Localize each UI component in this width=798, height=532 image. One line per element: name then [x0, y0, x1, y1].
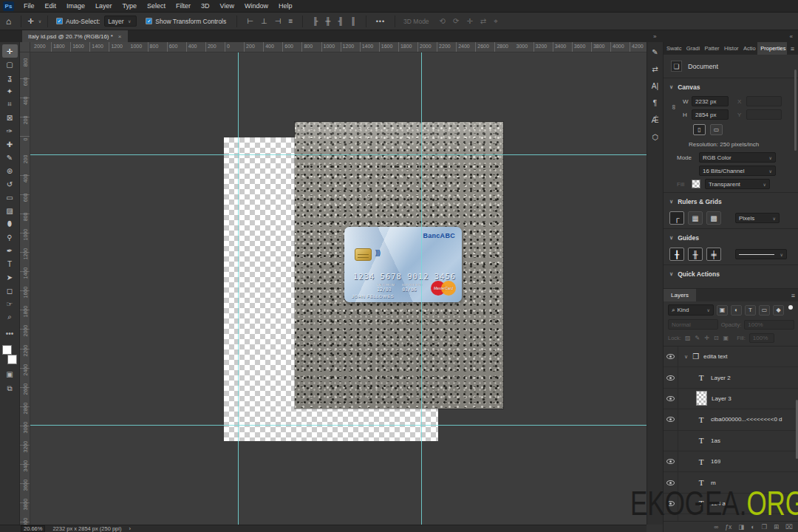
menu-help[interactable]: Help — [273, 0, 298, 12]
panel-menu-icon[interactable]: ≡ — [788, 292, 798, 299]
panel-tab-gradi[interactable]: Gradi — [683, 42, 702, 55]
layer-body[interactable]: T124 a — [678, 494, 798, 514]
layer-name[interactable]: 1as — [711, 437, 720, 444]
filter-smart-objects-icon[interactable]: ◆ — [773, 305, 784, 316]
layer-row[interactable]: Layer 3 — [664, 389, 798, 409]
clone-stamp-tool[interactable]: ⊛ — [2, 164, 18, 177]
lock-transparency-icon[interactable]: ▨ — [685, 335, 691, 341]
menu-view[interactable]: View — [215, 0, 239, 12]
history-brush-tool[interactable]: ↺ — [2, 177, 18, 191]
screen-mode-button[interactable]: ⧉ — [7, 384, 12, 393]
guide-horizontal-2[interactable] — [30, 425, 647, 426]
layer-name[interactable]: ciba000000...<<<<<<<<0 d — [711, 416, 782, 423]
distribute-bottom-icon[interactable]: ╢ — [338, 17, 343, 25]
crop-tool[interactable]: ⌗ — [2, 98, 18, 111]
layer-visibility-toggle[interactable] — [664, 451, 678, 471]
panel-tab-swatc[interactable]: Swatc — [664, 42, 683, 55]
align-center-h-icon[interactable]: ⊥ — [261, 17, 267, 25]
blur-tool[interactable]: ⬮ — [2, 217, 18, 231]
layer-row[interactable]: TLayer 2 — [664, 367, 798, 388]
dodge-tool[interactable]: ⚲ — [2, 231, 18, 244]
horizontal-ruler[interactable]: 2000180016001400120010008006004002000200… — [30, 42, 647, 52]
panel-tab-actio[interactable]: Actio — [740, 42, 757, 55]
canvas-viewport[interactable]: BancABC ))) 1234 5678 9012 3456 Valid Fr… — [30, 52, 647, 525]
filter-adjustment-layers-icon[interactable]: ◐ — [731, 305, 742, 316]
ruler-units-dropdown[interactable]: Pixels∨ — [735, 213, 780, 223]
pixel-grid-toggle-icon[interactable]: ▩ — [706, 211, 721, 225]
properties-scrollbar[interactable] — [794, 69, 797, 151]
guide-horizontal-1[interactable] — [30, 154, 647, 155]
link-dimensions-icon[interactable]: ∞ — [670, 105, 678, 109]
auto-select-target-dropdown[interactable]: Layer ∨ — [104, 16, 137, 27]
filter-type-layers-icon[interactable]: T — [745, 305, 756, 316]
menu-3d[interactable]: 3D — [196, 0, 215, 12]
layer-body[interactable]: Tm — [678, 472, 798, 492]
home-icon[interactable]: ⌂ — [0, 16, 17, 27]
ruler-corner[interactable] — [20, 42, 30, 52]
guide-settings-icon[interactable]: ╪ — [706, 248, 721, 261]
menu-edit[interactable]: Edit — [40, 0, 62, 12]
quick-actions-section-header[interactable]: ∨ Quick Actions — [664, 267, 798, 282]
layer-visibility-toggle[interactable] — [664, 367, 678, 387]
landscape-orientation-button[interactable]: ▭ — [710, 124, 723, 135]
lock-all-icon[interactable]: ▣ — [723, 335, 729, 341]
rulers-grids-section-header[interactable]: ∨ Rulers & Grids — [664, 194, 798, 209]
move-tool-preset-icon[interactable]: ✛ — [25, 17, 35, 25]
layers-panel-tab[interactable]: Layers — [664, 289, 696, 301]
layer-row[interactable]: ∨❐edita text — [664, 347, 798, 367]
brush-settings-panel-icon[interactable]: ✎ — [652, 48, 658, 56]
menu-filter[interactable]: Filter — [171, 0, 196, 12]
lock-guides-icon[interactable]: ╫ — [688, 248, 703, 261]
gradient-tool[interactable]: ▨ — [2, 204, 18, 217]
3d-orbit-icon[interactable]: ⟲ — [440, 17, 446, 25]
frame-tool[interactable]: ⊠ — [2, 111, 18, 124]
guide-style-dropdown[interactable]: ∨ — [735, 249, 787, 259]
hand-tool[interactable]: ☞ — [2, 297, 18, 310]
filter-shape-layers-icon[interactable]: ▭ — [759, 305, 770, 316]
panel-tab-histor[interactable]: Histor — [721, 42, 740, 55]
height-input[interactable]: 2854 px — [692, 109, 729, 120]
delete-layer-icon[interactable]: ⌧ — [785, 523, 793, 531]
menu-type[interactable]: Type — [117, 0, 143, 12]
menu-file[interactable]: File — [18, 0, 40, 12]
new-layer-icon[interactable]: ⊞ — [774, 523, 779, 531]
layer-visibility-toggle[interactable] — [664, 347, 678, 366]
clone-source-panel-icon[interactable]: ⇄ — [652, 65, 658, 73]
lock-position-icon[interactable]: ✛ — [704, 335, 709, 341]
foreground-color-swatch[interactable] — [2, 345, 12, 355]
layer-name[interactable]: m — [711, 480, 716, 486]
3d-roll-icon[interactable]: ⟳ — [453, 17, 459, 25]
shape-tool[interactable]: ◻ — [2, 284, 18, 297]
canvas-section-header[interactable]: ∨ Canvas — [664, 80, 798, 95]
guide-vertical-2[interactable] — [421, 52, 422, 525]
layer-body[interactable]: Layer 3 — [678, 389, 798, 409]
fill-dropdown[interactable]: Transparent∨ — [705, 179, 770, 189]
path-select-tool[interactable]: ➤ — [2, 270, 18, 284]
layer-mask-icon[interactable]: ◨ — [738, 523, 744, 531]
align-left-icon[interactable]: ⊢ — [247, 17, 253, 25]
more-tools-icon[interactable]: ••• — [6, 330, 14, 338]
adjustment-layer-icon[interactable]: ◐ — [751, 523, 754, 531]
3d-camera-icon[interactable]: ⌖ — [494, 17, 498, 26]
link-layers-icon[interactable]: ∞ — [714, 523, 718, 531]
3d-pan-icon[interactable]: ✛ — [466, 17, 472, 25]
menu-layer[interactable]: Layer — [90, 0, 117, 12]
status-arrow-icon[interactable]: › — [129, 525, 131, 532]
layer-row[interactable]: Tm — [664, 472, 798, 493]
distribute-spacing-icon[interactable]: ║ — [351, 17, 356, 25]
distribute-center-icon[interactable]: ╫ — [325, 17, 330, 25]
rulers-toggle-icon[interactable]: ┌ — [669, 211, 684, 225]
layer-name[interactable]: Layer 3 — [712, 395, 732, 402]
new-group-icon[interactable]: ❐ — [761, 523, 767, 531]
panel-tab-properties[interactable]: Properties — [757, 42, 786, 55]
layer-name[interactable]: 169 — [711, 458, 720, 465]
background-color-swatch[interactable] — [7, 355, 17, 364]
layer-row[interactable]: T1as — [664, 431, 798, 451]
layer-visibility-toggle[interactable] — [664, 389, 678, 409]
more-options-icon[interactable]: ••• — [370, 18, 391, 25]
align-right-icon[interactable]: ⊣ — [275, 17, 282, 25]
layer-visibility-toggle[interactable] — [664, 431, 678, 451]
document-tab[interactable]: Italy id.psd @ 20.7% (RGB/16) * × — [22, 30, 128, 42]
eyedropper-tool[interactable]: ✑ — [2, 124, 18, 137]
filter-pixel-layers-icon[interactable]: ▣ — [717, 305, 728, 316]
